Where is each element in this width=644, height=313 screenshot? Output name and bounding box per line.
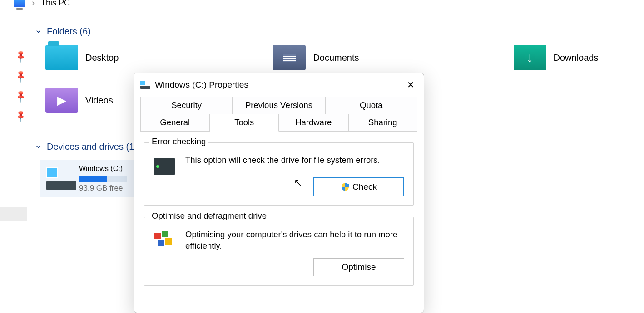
pin-icon: 📌 — [14, 110, 25, 122]
drives-header-label: Devices and drives (1) — [47, 142, 137, 152]
tab-previous-versions[interactable]: Previous Versions — [233, 97, 325, 114]
folders-header-label: Folders (6) — [47, 26, 91, 37]
this-pc-icon — [14, 0, 25, 7]
drive-texts: Windows (C:) 93.9 GB free — [79, 165, 127, 193]
dialog-tabs: Security Previous Versions Quota General… — [140, 97, 417, 132]
drive-item-c[interactable]: Windows (C:) 93.9 GB free — [40, 160, 134, 197]
tab-sharing[interactable]: Sharing — [348, 114, 418, 132]
dialog-title: Windows (C:) Properties — [155, 80, 248, 90]
tab-security[interactable]: Security — [140, 97, 233, 114]
desktop-folder-icon — [45, 45, 78, 70]
folders-grid: Desktop Documents ↓ Downloads Videos — [45, 45, 644, 70]
drive-name: Windows (C:) — [79, 165, 127, 173]
chevron-down-icon — [35, 141, 42, 152]
group-legend: Error checking — [149, 137, 208, 147]
folder-desktop[interactable]: Desktop — [45, 45, 119, 70]
svg-rect-1 — [162, 231, 168, 237]
chevron-right-icon: › — [32, 0, 35, 8]
quick-access-pins: 📌 📌 📌 📌 — [15, 52, 24, 120]
error-check-description: This option will check the drive for fil… — [185, 155, 380, 166]
hdd-icon — [154, 158, 175, 175]
folders-section-header[interactable]: Folders (6) — [35, 26, 644, 37]
tab-tools[interactable]: Tools — [210, 114, 279, 132]
optimise-button-label: Optimise — [342, 262, 376, 272]
tab-hardware[interactable]: Hardware — [279, 114, 348, 132]
pin-icon: 📌 — [14, 70, 25, 82]
drive-free-space: 93.9 GB free — [79, 184, 127, 193]
breadcrumb[interactable]: › This PC — [14, 0, 70, 10]
drive-usage-bar — [79, 176, 127, 182]
folder-label: Downloads — [554, 53, 599, 63]
optimise-description: Optimising your computer's drives can he… — [185, 229, 404, 252]
dialog-titlebar[interactable]: Windows (C:) Properties ✕ — [134, 73, 424, 97]
documents-folder-icon — [273, 45, 306, 70]
tab-general[interactable]: General — [140, 114, 210, 132]
svg-rect-2 — [158, 240, 164, 246]
check-button-label: Check — [352, 182, 377, 192]
error-checking-group: Error checking This option will check th… — [144, 142, 414, 206]
drive-icon — [46, 167, 73, 190]
group-legend: Optimise and defragment drive — [149, 211, 269, 221]
check-button[interactable]: Check — [313, 177, 404, 196]
pin-icon: 📌 — [14, 50, 25, 62]
folder-label: Documents — [313, 53, 359, 63]
optimise-group: Optimise and defragment drive Optimising… — [144, 217, 414, 286]
folder-downloads[interactable]: ↓ Downloads — [514, 45, 599, 70]
close-button[interactable]: ✕ — [404, 78, 417, 91]
svg-rect-3 — [165, 238, 172, 245]
drive-icon — [140, 81, 150, 89]
tab-quota[interactable]: Quota — [325, 97, 417, 114]
folder-videos[interactable]: Videos — [45, 88, 113, 113]
chevron-down-icon — [35, 26, 42, 37]
folder-documents[interactable]: Documents — [273, 45, 359, 70]
pin-icon: 📌 — [14, 90, 25, 102]
properties-dialog: Windows (C:) Properties ✕ Security Previ… — [134, 73, 424, 313]
defrag-icon — [154, 231, 175, 247]
svg-rect-0 — [154, 233, 161, 239]
folder-label: Desktop — [85, 53, 119, 63]
downloads-folder-icon: ↓ — [514, 45, 546, 70]
optimise-button[interactable]: Optimise — [313, 258, 404, 276]
breadcrumb-location: This PC — [41, 0, 70, 8]
sidebar-selection-stub — [0, 207, 27, 221]
folder-label: Videos — [85, 95, 113, 106]
uac-shield-icon — [341, 182, 350, 191]
videos-folder-icon — [45, 88, 78, 113]
